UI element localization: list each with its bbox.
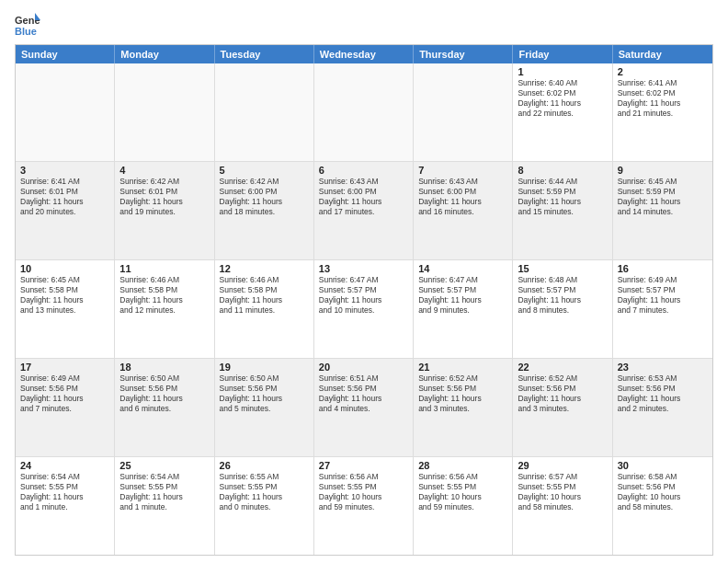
cell-info: Sunrise: 6:47 AM Sunset: 5:57 PM Dayligh… <box>319 275 408 316</box>
day-number: 19 <box>220 362 309 373</box>
page: General Blue SundayMondayTuesdayWednesda… <box>0 0 728 563</box>
cell-info: Sunrise: 6:42 AM Sunset: 6:00 PM Dayligh… <box>220 177 309 217</box>
day-number: 5 <box>220 165 309 176</box>
weekday-header: Sunday <box>16 45 115 63</box>
calendar: SundayMondayTuesdayWednesdayThursdayFrid… <box>15 44 713 556</box>
calendar-cell: 8Sunrise: 6:44 AM Sunset: 5:59 PM Daylig… <box>513 162 612 259</box>
calendar-cell: 30Sunrise: 6:58 AM Sunset: 5:56 PM Dayli… <box>613 457 712 555</box>
cell-info: Sunrise: 6:52 AM Sunset: 5:56 PM Dayligh… <box>518 373 607 414</box>
cell-info: Sunrise: 6:49 AM Sunset: 5:56 PM Dayligh… <box>20 373 109 414</box>
weekday-header: Saturday <box>613 45 712 63</box>
calendar-cell: 22Sunrise: 6:52 AM Sunset: 5:56 PM Dayli… <box>513 359 612 456</box>
calendar-row: 10Sunrise: 6:45 AM Sunset: 5:58 PM Dayli… <box>16 260 712 359</box>
cell-info: Sunrise: 6:43 AM Sunset: 6:00 PM Dayligh… <box>319 177 408 217</box>
svg-text:Blue: Blue <box>15 26 37 37</box>
day-number: 4 <box>119 165 209 176</box>
day-number: 8 <box>518 165 607 176</box>
cell-info: Sunrise: 6:42 AM Sunset: 6:01 PM Dayligh… <box>119 177 209 217</box>
calendar-cell: 3Sunrise: 6:41 AM Sunset: 6:01 PM Daylig… <box>16 162 115 259</box>
cell-info: Sunrise: 6:50 AM Sunset: 5:56 PM Dayligh… <box>220 373 309 414</box>
calendar-cell: 12Sunrise: 6:46 AM Sunset: 5:58 PM Dayli… <box>215 260 314 358</box>
calendar-cell <box>314 63 414 161</box>
calendar-cell: 29Sunrise: 6:57 AM Sunset: 5:55 PM Dayli… <box>513 457 612 555</box>
calendar-cell: 20Sunrise: 6:51 AM Sunset: 5:56 PM Dayli… <box>314 359 414 456</box>
cell-info: Sunrise: 6:43 AM Sunset: 6:00 PM Dayligh… <box>418 177 507 217</box>
cell-info: Sunrise: 6:56 AM Sunset: 5:55 PM Dayligh… <box>418 472 507 512</box>
cell-info: Sunrise: 6:46 AM Sunset: 5:58 PM Dayligh… <box>220 275 309 316</box>
cell-info: Sunrise: 6:48 AM Sunset: 5:57 PM Dayligh… <box>518 275 607 316</box>
calendar-cell: 11Sunrise: 6:46 AM Sunset: 5:58 PM Dayli… <box>115 260 214 358</box>
weekday-header: Friday <box>513 45 612 63</box>
calendar-cell: 17Sunrise: 6:49 AM Sunset: 5:56 PM Dayli… <box>16 359 115 456</box>
day-number: 22 <box>518 362 607 373</box>
day-number: 17 <box>20 362 109 373</box>
calendar-row: 1Sunrise: 6:40 AM Sunset: 6:02 PM Daylig… <box>16 63 712 162</box>
calendar-cell: 14Sunrise: 6:47 AM Sunset: 5:57 PM Dayli… <box>414 260 513 358</box>
cell-info: Sunrise: 6:56 AM Sunset: 5:55 PM Dayligh… <box>319 472 408 512</box>
weekday-header: Tuesday <box>215 45 314 63</box>
day-number: 23 <box>618 362 708 373</box>
day-number: 18 <box>119 362 209 373</box>
cell-info: Sunrise: 6:58 AM Sunset: 5:56 PM Dayligh… <box>618 472 708 512</box>
day-number: 13 <box>319 263 408 274</box>
day-number: 25 <box>119 460 209 471</box>
day-number: 29 <box>518 460 607 471</box>
calendar-cell: 18Sunrise: 6:50 AM Sunset: 5:56 PM Dayli… <box>115 359 214 456</box>
calendar-body: 1Sunrise: 6:40 AM Sunset: 6:02 PM Daylig… <box>16 63 712 555</box>
calendar-row: 17Sunrise: 6:49 AM Sunset: 5:56 PM Dayli… <box>16 359 712 457</box>
calendar-cell <box>115 63 214 161</box>
calendar-cell: 10Sunrise: 6:45 AM Sunset: 5:58 PM Dayli… <box>16 260 115 358</box>
cell-info: Sunrise: 6:52 AM Sunset: 5:56 PM Dayligh… <box>418 373 507 414</box>
header: General Blue <box>15 11 713 37</box>
calendar-cell: 13Sunrise: 6:47 AM Sunset: 5:57 PM Dayli… <box>314 260 414 358</box>
day-number: 24 <box>20 460 109 471</box>
day-number: 7 <box>418 165 507 176</box>
calendar-cell: 28Sunrise: 6:56 AM Sunset: 5:55 PM Dayli… <box>414 457 513 555</box>
day-number: 27 <box>319 460 408 471</box>
calendar-cell: 25Sunrise: 6:54 AM Sunset: 5:55 PM Dayli… <box>115 457 214 555</box>
day-number: 15 <box>518 263 607 274</box>
day-number: 10 <box>20 263 109 274</box>
calendar-cell: 24Sunrise: 6:54 AM Sunset: 5:55 PM Dayli… <box>16 457 115 555</box>
day-number: 2 <box>618 66 708 77</box>
cell-info: Sunrise: 6:41 AM Sunset: 6:01 PM Dayligh… <box>20 177 109 217</box>
day-number: 6 <box>319 165 408 176</box>
cell-info: Sunrise: 6:45 AM Sunset: 5:58 PM Dayligh… <box>20 275 109 316</box>
cell-info: Sunrise: 6:51 AM Sunset: 5:56 PM Dayligh… <box>319 373 408 414</box>
calendar-cell: 2Sunrise: 6:41 AM Sunset: 6:02 PM Daylig… <box>613 63 712 161</box>
cell-info: Sunrise: 6:54 AM Sunset: 5:55 PM Dayligh… <box>20 472 109 512</box>
cell-info: Sunrise: 6:50 AM Sunset: 5:56 PM Dayligh… <box>119 373 209 414</box>
day-number: 26 <box>220 460 309 471</box>
calendar-cell: 4Sunrise: 6:42 AM Sunset: 6:01 PM Daylig… <box>115 162 214 259</box>
cell-info: Sunrise: 6:41 AM Sunset: 6:02 PM Dayligh… <box>618 78 708 119</box>
calendar-cell <box>16 63 115 161</box>
calendar-cell: 1Sunrise: 6:40 AM Sunset: 6:02 PM Daylig… <box>513 63 612 161</box>
day-number: 11 <box>119 263 209 274</box>
day-number: 16 <box>618 263 708 274</box>
calendar-cell: 7Sunrise: 6:43 AM Sunset: 6:00 PM Daylig… <box>414 162 513 259</box>
calendar-cell: 9Sunrise: 6:45 AM Sunset: 5:59 PM Daylig… <box>613 162 712 259</box>
logo-icon: General Blue <box>15 11 40 37</box>
cell-info: Sunrise: 6:44 AM Sunset: 5:59 PM Dayligh… <box>518 177 607 217</box>
cell-info: Sunrise: 6:54 AM Sunset: 5:55 PM Dayligh… <box>119 472 209 512</box>
calendar-cell <box>414 63 513 161</box>
calendar-row: 3Sunrise: 6:41 AM Sunset: 6:01 PM Daylig… <box>16 162 712 260</box>
calendar-cell: 19Sunrise: 6:50 AM Sunset: 5:56 PM Dayli… <box>215 359 314 456</box>
cell-info: Sunrise: 6:47 AM Sunset: 5:57 PM Dayligh… <box>418 275 507 316</box>
calendar-cell: 6Sunrise: 6:43 AM Sunset: 6:00 PM Daylig… <box>314 162 414 259</box>
calendar-cell: 15Sunrise: 6:48 AM Sunset: 5:57 PM Dayli… <box>513 260 612 358</box>
day-number: 21 <box>418 362 507 373</box>
calendar-cell: 26Sunrise: 6:55 AM Sunset: 5:55 PM Dayli… <box>215 457 314 555</box>
day-number: 1 <box>518 66 607 77</box>
day-number: 9 <box>618 165 708 176</box>
calendar-header: SundayMondayTuesdayWednesdayThursdayFrid… <box>16 45 712 63</box>
calendar-cell: 16Sunrise: 6:49 AM Sunset: 5:57 PM Dayli… <box>613 260 712 358</box>
calendar-row: 24Sunrise: 6:54 AM Sunset: 5:55 PM Dayli… <box>16 457 712 555</box>
day-number: 14 <box>418 263 507 274</box>
day-number: 3 <box>20 165 109 176</box>
cell-info: Sunrise: 6:53 AM Sunset: 5:56 PM Dayligh… <box>618 373 708 414</box>
cell-info: Sunrise: 6:40 AM Sunset: 6:02 PM Dayligh… <box>518 78 607 119</box>
day-number: 28 <box>418 460 507 471</box>
cell-info: Sunrise: 6:46 AM Sunset: 5:58 PM Dayligh… <box>119 275 209 316</box>
calendar-cell: 23Sunrise: 6:53 AM Sunset: 5:56 PM Dayli… <box>613 359 712 456</box>
